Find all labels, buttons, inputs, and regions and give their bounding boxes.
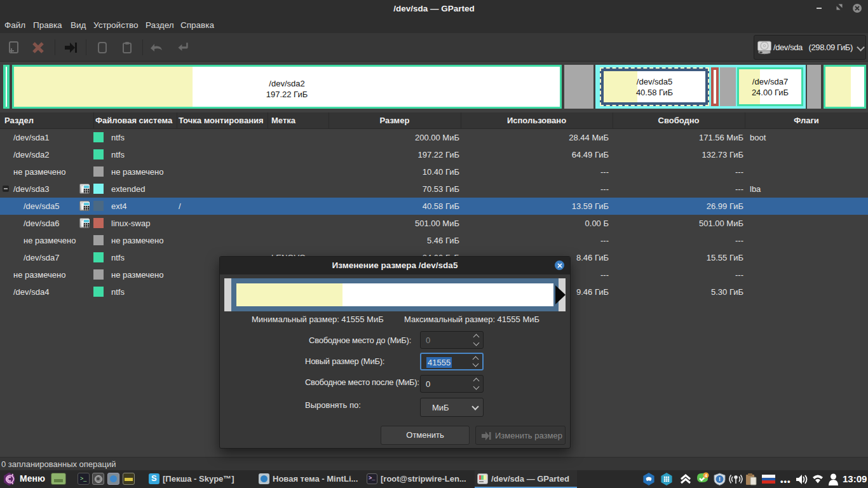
svg-text:!: ! xyxy=(719,476,721,482)
svg-text:4: 4 xyxy=(705,473,707,478)
